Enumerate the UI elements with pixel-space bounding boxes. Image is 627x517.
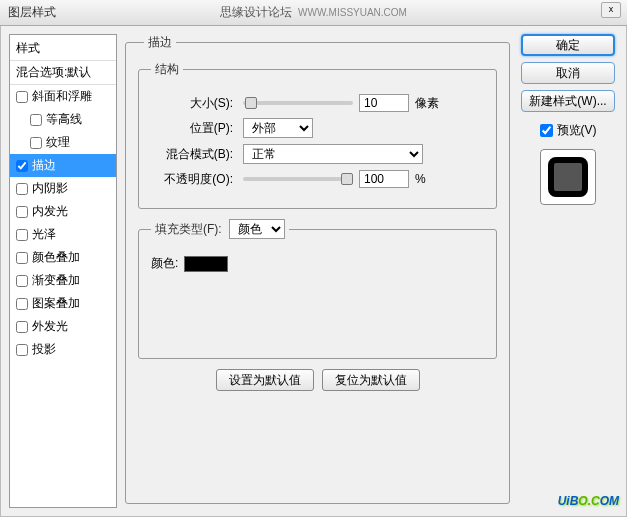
style-item-8[interactable]: 渐变叠加 (10, 269, 116, 292)
style-label-7: 颜色叠加 (32, 249, 80, 266)
style-label-1: 等高线 (46, 111, 82, 128)
ok-button[interactable]: 确定 (521, 34, 615, 56)
style-label-10: 外发光 (32, 318, 68, 335)
filltype-select[interactable]: 颜色 (229, 219, 285, 239)
opacity-unit: % (415, 172, 426, 186)
style-checkbox-4[interactable] (16, 183, 28, 195)
opacity-slider[interactable] (243, 177, 353, 181)
style-label-6: 光泽 (32, 226, 56, 243)
color-label: 颜色: (151, 255, 178, 272)
fill-fieldset: 填充类型(F): 颜色 颜色: (138, 219, 497, 359)
position-label: 位置(P): (151, 120, 237, 137)
style-checkbox-1[interactable] (30, 114, 42, 126)
size-unit: 像素 (415, 95, 439, 112)
color-swatch[interactable] (184, 256, 228, 272)
style-item-1[interactable]: 等高线 (10, 108, 116, 131)
structure-legend: 结构 (151, 61, 183, 78)
opacity-input[interactable] (359, 170, 409, 188)
blendmode-select[interactable]: 正常 (243, 144, 423, 164)
reset-default-button[interactable]: 复位为默认值 (322, 369, 420, 391)
style-item-11[interactable]: 投影 (10, 338, 116, 361)
size-input[interactable] (359, 94, 409, 112)
style-label-4: 内阴影 (32, 180, 68, 197)
style-item-3[interactable]: 描边 (10, 154, 116, 177)
new-style-button[interactable]: 新建样式(W)... (521, 90, 615, 112)
style-item-4[interactable]: 内阴影 (10, 177, 116, 200)
styles-list: 样式 混合选项:默认 斜面和浮雕等高线纹理描边内阴影内发光光泽颜色叠加渐变叠加图… (9, 34, 117, 508)
style-checkbox-9[interactable] (16, 298, 28, 310)
style-checkbox-6[interactable] (16, 229, 28, 241)
style-item-9[interactable]: 图案叠加 (10, 292, 116, 315)
opacity-label: 不透明度(O): (151, 171, 237, 188)
style-label-11: 投影 (32, 341, 56, 358)
effect-settings: 描边 结构 大小(S): 像素 位置(P): 外部 混合模式(B): 正常 (125, 34, 510, 508)
dialog-title: 图层样式 (8, 4, 56, 21)
style-item-10[interactable]: 外发光 (10, 315, 116, 338)
position-select[interactable]: 外部 (243, 118, 313, 138)
style-checkbox-10[interactable] (16, 321, 28, 333)
style-checkbox-7[interactable] (16, 252, 28, 264)
close-button[interactable]: x (601, 2, 621, 18)
structure-fieldset: 结构 大小(S): 像素 位置(P): 外部 混合模式(B): 正常 不透明度(… (138, 61, 497, 209)
style-label-5: 内发光 (32, 203, 68, 220)
style-checkbox-2[interactable] (30, 137, 42, 149)
style-checkbox-3[interactable] (16, 160, 28, 172)
dialog-body: 样式 混合选项:默认 斜面和浮雕等高线纹理描边内阴影内发光光泽颜色叠加渐变叠加图… (0, 26, 627, 517)
style-checkbox-5[interactable] (16, 206, 28, 218)
set-default-button[interactable]: 设置为默认值 (216, 369, 314, 391)
preview-label: 预览(V) (557, 122, 597, 139)
style-checkbox-11[interactable] (16, 344, 28, 356)
fill-legend: 填充类型(F): 颜色 (151, 219, 289, 239)
stroke-legend: 描边 (144, 34, 176, 51)
style-item-6[interactable]: 光泽 (10, 223, 116, 246)
preview-checkbox[interactable] (540, 124, 553, 137)
blendmode-label: 混合模式(B): (151, 146, 237, 163)
style-checkbox-0[interactable] (16, 91, 28, 103)
style-item-7[interactable]: 颜色叠加 (10, 246, 116, 269)
size-slider[interactable] (243, 101, 353, 105)
style-item-5[interactable]: 内发光 (10, 200, 116, 223)
preview-checkbox-row[interactable]: 预览(V) (540, 122, 597, 139)
size-label: 大小(S): (151, 95, 237, 112)
style-item-2[interactable]: 纹理 (10, 131, 116, 154)
style-checkbox-8[interactable] (16, 275, 28, 287)
stroke-fieldset: 描边 结构 大小(S): 像素 位置(P): 外部 混合模式(B): 正常 (125, 34, 510, 504)
style-label-2: 纹理 (46, 134, 70, 151)
right-panel: 确定 取消 新建样式(W)... 预览(V) (518, 34, 618, 508)
cancel-button[interactable]: 取消 (521, 62, 615, 84)
brand-text: 思缘设计论坛WWW.MISSYUAN.COM (220, 4, 407, 21)
style-label-3: 描边 (32, 157, 56, 174)
style-label-9: 图案叠加 (32, 295, 80, 312)
style-label-8: 渐变叠加 (32, 272, 80, 289)
style-item-0[interactable]: 斜面和浮雕 (10, 85, 116, 108)
title-bar: 图层样式 思缘设计论坛WWW.MISSYUAN.COM x (0, 0, 627, 26)
preview-thumbnail (540, 149, 596, 205)
blending-options[interactable]: 混合选项:默认 (10, 61, 116, 85)
styles-header[interactable]: 样式 (10, 37, 116, 61)
style-label-0: 斜面和浮雕 (32, 88, 92, 105)
